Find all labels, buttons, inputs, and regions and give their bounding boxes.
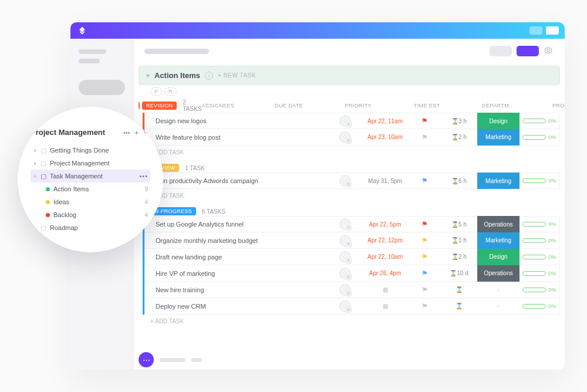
sidebar-item[interactable]: ▸▢Roadmap	[31, 221, 150, 234]
due-cell[interactable]: Apr 23, 10am	[362, 134, 408, 140]
more-icon[interactable]: •••	[123, 129, 130, 136]
assignee-avatar[interactable]	[339, 300, 351, 312]
task-name[interactable]: Deploy new CRM	[145, 303, 328, 310]
assignee-avatar[interactable]	[339, 235, 351, 246]
search-pill[interactable]	[79, 80, 125, 95]
sidebar-item[interactable]: Action Items9	[31, 183, 150, 195]
group-header[interactable]: ▾ Action Items i + NEW TASK	[139, 66, 560, 85]
assignee-cell[interactable]	[328, 300, 362, 312]
sidebar-item[interactable]: ▸▢Project Management	[31, 157, 150, 170]
progress-cell[interactable]: 0%	[519, 134, 559, 140]
sidebar-item[interactable]: Ideas4	[31, 195, 150, 208]
assignee-cell[interactable]	[328, 131, 362, 143]
plus-icon[interactable]: +	[135, 129, 139, 136]
chat-icon[interactable]: ⋯	[139, 352, 154, 367]
window-controls[interactable]	[529, 26, 559, 35]
estimate-cell[interactable]: ⌛	[441, 286, 477, 293]
caret-right-icon[interactable]: ▸	[34, 160, 37, 166]
status-row-inprogress[interactable]: IN PROGRESS 6 TASKS	[139, 207, 560, 215]
progress-cell[interactable]: 0%	[519, 287, 559, 293]
department-cell[interactable]: -	[477, 298, 519, 315]
estimate-cell[interactable]: ⌛ 10 d	[441, 270, 477, 276]
department-cell[interactable]: Operations	[477, 265, 519, 282]
priority-flag-icon[interactable]: ⚑	[408, 220, 441, 228]
department-cell[interactable]: Operations	[477, 216, 519, 232]
due-cell[interactable]: Apr 22, 5pm	[362, 221, 408, 228]
priority-flag-icon[interactable]: ⚑	[408, 253, 441, 261]
sidebar-item[interactable]: ▸▢Task Management•••	[31, 170, 150, 183]
caret-down-icon[interactable]: ▾	[146, 72, 150, 80]
task-row[interactable]: Design new logos Apr 22, 11am ⚑ ⌛ 3 h De…	[144, 113, 560, 129]
progress-cell[interactable]: 0%	[519, 271, 559, 276]
assignee-cell[interactable]	[328, 175, 362, 187]
caret-right-icon[interactable]: ▸	[34, 147, 37, 153]
sidebar-item[interactable]: ▸▢Getting Things Done	[31, 144, 150, 157]
assignee-cell[interactable]	[328, 268, 362, 279]
status-row-review[interactable]: REVIEW 1 TASK	[139, 164, 560, 172]
due-cell[interactable]: May 31, 5pm	[362, 178, 408, 184]
estimate-cell[interactable]: ⌛ 5 h	[441, 221, 477, 228]
gear-icon[interactable]	[544, 46, 554, 56]
progress-cell[interactable]: 0%	[519, 254, 559, 260]
estimate-cell[interactable]: ⌛ 6 h	[441, 178, 477, 184]
assignee-cell[interactable]	[328, 284, 362, 296]
task-name[interactable]: Organize monthly marketing budget	[145, 237, 328, 244]
caret-right-icon[interactable]: ▸	[34, 225, 37, 231]
task-name[interactable]: New hire training	[145, 286, 328, 293]
priority-flag-icon[interactable]: ⚑	[408, 117, 441, 125]
task-name[interactable]: Hire VP of marketing	[145, 270, 328, 277]
assignee-avatar[interactable]	[339, 268, 351, 279]
caret-right-icon[interactable]: ▸	[34, 173, 37, 179]
status-collapse-icon[interactable]	[139, 102, 140, 110]
priority-flag-icon[interactable]: ⚑	[408, 133, 441, 141]
view-toggle-active[interactable]	[517, 46, 539, 56]
due-cell[interactable]: ▦	[362, 303, 408, 309]
department-cell[interactable]: Design	[477, 249, 519, 265]
task-name[interactable]: Design new logos	[145, 117, 328, 124]
assignee-avatar[interactable]	[339, 115, 351, 127]
add-task-button[interactable]: + ADD TASK	[139, 315, 560, 330]
estimate-cell[interactable]: ⌛ 2 h	[441, 254, 477, 260]
status-row-revision[interactable]: REVISION 2 TASKS ASSIGNEES DUE DATE PRIO…	[139, 99, 560, 112]
task-row[interactable]: Hire VP of marketing Apr 26, 4pm ⚑ ⌛ 10 …	[144, 265, 560, 282]
progress-cell[interactable]: 0%	[519, 221, 559, 227]
department-cell[interactable]: Marketing	[477, 173, 519, 189]
assignee-avatar[interactable]	[339, 284, 351, 296]
estimate-cell[interactable]: ⌛ 3 h	[441, 118, 477, 124]
filter-chip[interactable]: R	[164, 87, 177, 96]
progress-cell[interactable]: 0%	[519, 238, 559, 244]
priority-flag-icon[interactable]: ⚑	[408, 286, 441, 294]
task-row[interactable]: Deploy new CRM ▦ ⚑ ⌛ - 0%	[144, 298, 560, 315]
sidebar-item[interactable]: Backlog4	[31, 208, 150, 221]
assignee-cell[interactable]	[328, 251, 362, 263]
assignee-avatar[interactable]	[339, 131, 351, 143]
add-task-button[interactable]: + ADD TASK	[139, 146, 560, 161]
task-name[interactable]: Run productivity Adwords campaign	[145, 177, 328, 184]
task-row[interactable]: New hire training ▦ ⚑ ⌛ - 0%	[144, 282, 560, 298]
estimate-cell[interactable]: ⌛ 1 h	[441, 237, 477, 244]
department-cell[interactable]: -	[477, 282, 519, 298]
progress-cell[interactable]: 0%	[519, 118, 559, 124]
department-cell[interactable]: Marketing	[477, 129, 519, 146]
add-task-button[interactable]: + ADD TASK	[139, 189, 560, 205]
progress-cell[interactable]: 0%	[519, 178, 559, 184]
assignee-avatar[interactable]	[339, 251, 351, 263]
info-icon[interactable]: i	[205, 72, 213, 80]
task-row[interactable]: Set up Google Analytics funnel Apr 22, 5…	[144, 216, 560, 232]
assignee-cell[interactable]	[328, 218, 362, 230]
calendar-icon[interactable]: ▦	[383, 286, 388, 293]
view-toggle[interactable]	[490, 46, 512, 56]
assignee-avatar[interactable]	[339, 218, 351, 230]
department-cell[interactable]: Marketing	[477, 232, 519, 249]
task-row[interactable]: Run productivity Adwords campaign May 31…	[144, 173, 560, 189]
estimate-cell[interactable]: ⌛ 2 h	[441, 134, 477, 140]
task-row[interactable]: Organize monthly marketing budget Apr 22…	[144, 232, 560, 249]
department-cell[interactable]: Design	[477, 113, 519, 129]
assignee-cell[interactable]	[328, 235, 362, 246]
filter-chip[interactable]: P	[150, 87, 162, 96]
priority-flag-icon[interactable]: ⚑	[408, 269, 441, 278]
task-name[interactable]: Set up Google Analytics funnel	[145, 221, 328, 228]
due-cell[interactable]: ▦	[362, 286, 408, 293]
assignee-avatar[interactable]	[339, 175, 351, 187]
task-row[interactable]: Write feature blog post Apr 23, 10am ⚑ ⌛…	[144, 129, 560, 146]
